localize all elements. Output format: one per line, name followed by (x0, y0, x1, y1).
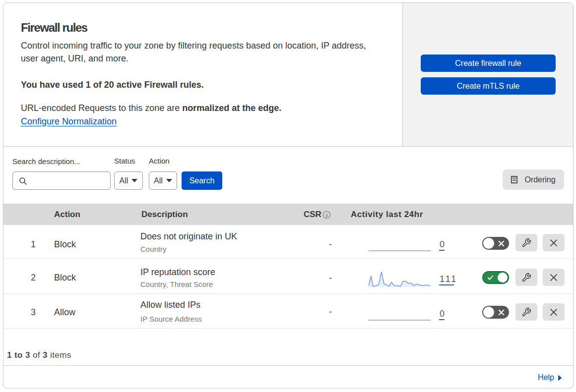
svg-text:i: i (326, 212, 327, 218)
